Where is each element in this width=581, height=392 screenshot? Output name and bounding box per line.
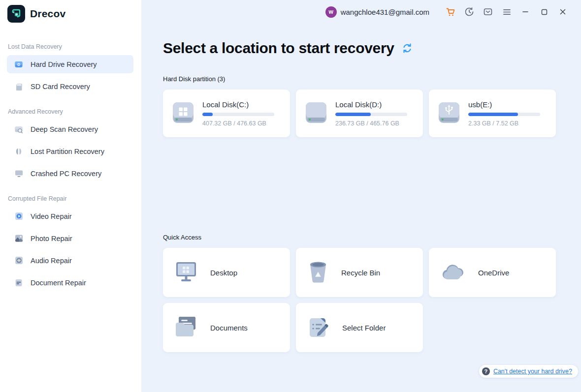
sidebar-item-label: Lost Partition Recovery	[31, 148, 104, 155]
partition-card-e[interactable]: usb(E:) 2.33 GB / 7.52 GB	[429, 90, 556, 137]
sidebar-item-label: SD Card Recovery	[31, 83, 90, 90]
sidebar-item-crashed-pc-recovery[interactable]: Crashed PC Recovery	[7, 164, 133, 182]
desktop-icon	[175, 261, 197, 284]
sidebar-item-label: Crashed PC Recovery	[31, 170, 101, 178]
topbar: w wangchloe431@gmail.com	[141, 0, 581, 24]
history-icon[interactable]	[463, 6, 475, 18]
quick-access-select-folder[interactable]: Select Folder	[296, 303, 423, 352]
partition-group-heading: Hard Disk partition (3)	[163, 75, 581, 83]
drive-name: Local Disk(C:)	[202, 100, 283, 109]
help-link[interactable]: Can't detect your hard drive?	[493, 368, 572, 375]
usage-bar	[468, 113, 540, 116]
help-pill[interactable]: ? Can't detect your hard drive?	[479, 365, 578, 378]
partition-card-d[interactable]: Local Disk(D:) 236.73 GB / 465.76 GB	[296, 90, 423, 137]
usage-bar-fill	[335, 113, 371, 116]
quick-access-desktop[interactable]: Desktop	[163, 248, 290, 297]
drive-name: Local Disk(D:)	[335, 100, 416, 109]
quick-access-heading: Quick Access	[163, 234, 581, 241]
sidebar-section-advanced: Advanced Recovery	[0, 108, 141, 115]
sidebar: Drecov Lost Data Recovery Hard Drive Rec…	[0, 0, 141, 392]
hard-drive-icon	[14, 60, 24, 69]
drive-capacity: 2.33 GB / 7.52 GB	[468, 120, 549, 127]
drive-capacity: 407.32 GB / 476.63 GB	[202, 120, 283, 127]
sidebar-item-hard-drive-recovery[interactable]: Hard Drive Recovery	[7, 55, 133, 73]
main-panel: w wangchloe431@gmail.com	[141, 0, 581, 392]
sidebar-item-label: Document Repair	[31, 279, 86, 287]
refresh-icon[interactable]	[401, 42, 413, 54]
sidebar-item-video-repair[interactable]: Video Repair	[7, 207, 133, 225]
video-icon	[14, 211, 24, 221]
sidebar-item-audio-repair[interactable]: Audio Repair	[7, 251, 133, 270]
drive-capacity: 236.73 GB / 465.76 GB	[335, 120, 416, 127]
app-logo-icon	[7, 5, 25, 23]
document-icon	[14, 278, 24, 288]
drive-icon	[305, 100, 327, 127]
message-icon[interactable]	[482, 6, 494, 18]
question-icon: ?	[482, 367, 490, 375]
sidebar-item-deep-scan-recovery[interactable]: Deep Scan Recovery	[7, 120, 133, 138]
sd-card-icon	[14, 82, 24, 91]
photo-icon	[14, 234, 24, 243]
sidebar-item-label: Deep Scan Recovery	[31, 125, 98, 133]
sidebar-item-lost-partition-recovery[interactable]: Lost Partition Recovery	[7, 142, 133, 160]
documents-icon	[175, 316, 197, 339]
app-logo: Drecov	[0, 0, 141, 24]
sidebar-item-label: Audio Repair	[31, 257, 72, 265]
usage-bar	[202, 113, 274, 116]
usage-bar-fill	[202, 113, 213, 116]
maximize-button[interactable]	[538, 5, 550, 18]
usage-bar	[335, 113, 407, 116]
deep-scan-icon	[14, 124, 24, 134]
audio-icon	[14, 256, 24, 266]
quick-access-recycle-bin[interactable]: Recycle Bin	[296, 248, 423, 297]
avatar[interactable]: w	[325, 6, 337, 18]
sidebar-item-sd-card-recovery[interactable]: SD Card Recovery	[7, 77, 133, 95]
quick-access-label: Desktop	[210, 269, 237, 277]
partition-icon	[14, 147, 24, 156]
app-name: Drecov	[30, 8, 65, 20]
quick-access-label: Recycle Bin	[341, 269, 380, 277]
close-button[interactable]	[556, 5, 569, 18]
sidebar-item-label: Photo Repair	[31, 235, 72, 242]
minimize-button[interactable]	[519, 5, 532, 18]
quick-access-onedrive[interactable]: OneDrive	[429, 248, 556, 297]
app-window: Drecov Lost Data Recovery Hard Drive Rec…	[0, 0, 581, 392]
quick-access-label: Select Folder	[342, 324, 386, 332]
sidebar-item-label: Hard Drive Recovery	[31, 60, 97, 68]
quick-access-label: Documents	[210, 324, 248, 332]
page-title: Select a location to start recovery	[163, 40, 394, 57]
sidebar-item-label: Video Repair	[31, 212, 72, 220]
sidebar-section-lost-data: Lost Data Recovery	[0, 43, 141, 50]
partition-card-c[interactable]: Local Disk(C:) 407.32 GB / 476.63 GB	[163, 90, 290, 137]
crashed-pc-icon	[14, 169, 24, 179]
select-folder-icon	[308, 315, 329, 340]
quick-access-cards: Desktop Recycle Bin	[163, 248, 562, 352]
account-email: wangchloe431@gmail.com	[341, 8, 429, 16]
quick-access-label: OneDrive	[478, 269, 509, 277]
cart-icon[interactable]	[445, 6, 456, 18]
usage-bar-fill	[468, 113, 518, 116]
sidebar-section-file-repair: Corrupted File Repair	[0, 195, 141, 202]
windows-drive-icon	[172, 100, 194, 127]
recycle-bin-icon	[308, 260, 328, 285]
onedrive-icon	[441, 263, 465, 282]
drive-name: usb(E:)	[468, 100, 549, 109]
partition-cards: Local Disk(C:) 407.32 GB / 476.63 GB	[163, 90, 562, 137]
sidebar-item-photo-repair[interactable]: Photo Repair	[7, 229, 133, 247]
quick-access-documents[interactable]: Documents	[163, 303, 290, 352]
sidebar-item-document-repair[interactable]: Document Repair	[7, 273, 133, 292]
menu-icon[interactable]	[501, 6, 513, 18]
usb-drive-icon	[438, 100, 460, 127]
